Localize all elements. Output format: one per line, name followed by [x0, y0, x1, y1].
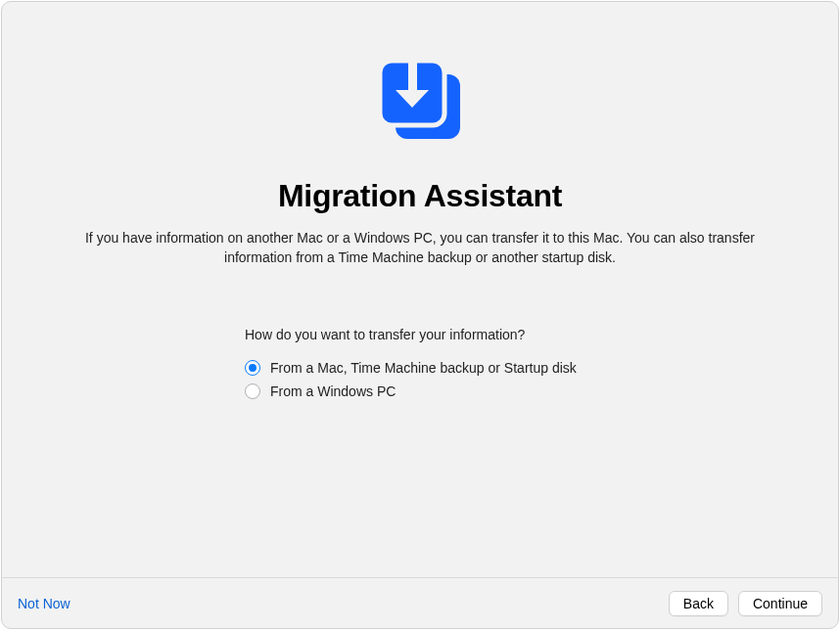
transfer-options-form: How do you want to transfer your informa…	[2, 327, 838, 407]
transfer-prompt: How do you want to transfer your informa…	[245, 327, 838, 342]
back-button[interactable]: Back	[669, 591, 728, 616]
option-from-mac[interactable]: From a Mac, Time Machine backup or Start…	[245, 360, 838, 376]
migration-assistant-window: Migration Assistant If you have informat…	[1, 1, 839, 629]
footer-bar: Not Now Back Continue	[2, 577, 838, 628]
option-from-mac-label: From a Mac, Time Machine backup or Start…	[270, 360, 577, 376]
svg-rect-2	[408, 57, 417, 95]
content-area: Migration Assistant If you have informat…	[2, 2, 838, 577]
option-from-windows-label: From a Windows PC	[270, 383, 396, 399]
not-now-link[interactable]: Not Now	[18, 596, 70, 611]
page-description: If you have information on another Mac o…	[77, 228, 763, 268]
radio-from-windows[interactable]	[245, 383, 260, 399]
option-from-windows[interactable]: From a Windows PC	[245, 383, 838, 399]
page-title: Migration Assistant	[278, 178, 562, 214]
continue-button[interactable]: Continue	[738, 591, 822, 616]
migration-download-icon	[366, 57, 474, 155]
radio-from-mac[interactable]	[245, 360, 260, 376]
footer-buttons: Back Continue	[669, 591, 822, 616]
